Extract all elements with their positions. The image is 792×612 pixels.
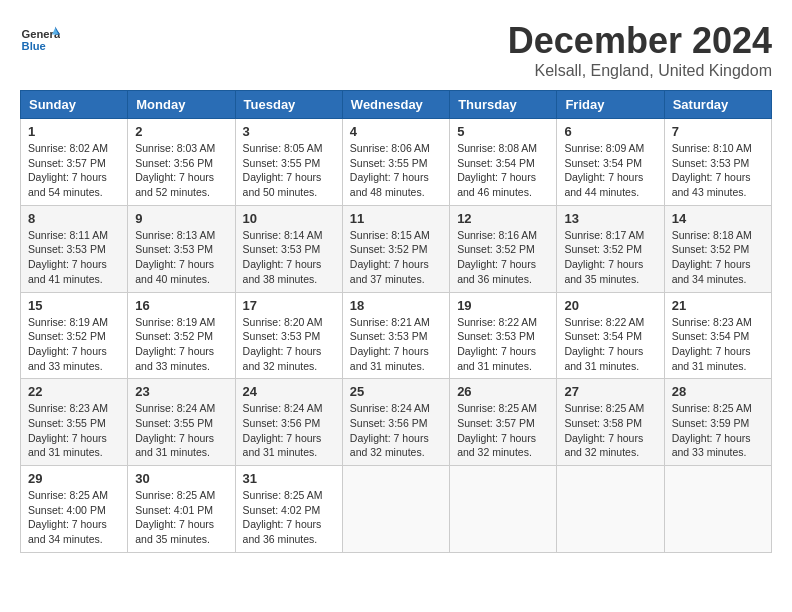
day-cell: 9Sunrise: 8:13 AMSunset: 3:53 PMDaylight… (128, 205, 235, 292)
day-number: 6 (564, 124, 656, 139)
day-cell: 27Sunrise: 8:25 AMSunset: 3:58 PMDayligh… (557, 379, 664, 466)
day-cell: 22Sunrise: 8:23 AMSunset: 3:55 PMDayligh… (21, 379, 128, 466)
day-cell: 18Sunrise: 8:21 AMSunset: 3:53 PMDayligh… (342, 292, 449, 379)
day-cell: 15Sunrise: 8:19 AMSunset: 3:52 PMDayligh… (21, 292, 128, 379)
day-cell (664, 466, 771, 553)
day-info: Sunrise: 8:06 AMSunset: 3:55 PMDaylight:… (350, 141, 442, 200)
day-cell: 3Sunrise: 8:05 AMSunset: 3:55 PMDaylight… (235, 119, 342, 206)
day-info: Sunrise: 8:10 AMSunset: 3:53 PMDaylight:… (672, 141, 764, 200)
day-cell (450, 466, 557, 553)
day-number: 7 (672, 124, 764, 139)
day-cell: 20Sunrise: 8:22 AMSunset: 3:54 PMDayligh… (557, 292, 664, 379)
day-number: 17 (243, 298, 335, 313)
day-info: Sunrise: 8:25 AMSunset: 4:02 PMDaylight:… (243, 488, 335, 547)
day-cell: 8Sunrise: 8:11 AMSunset: 3:53 PMDaylight… (21, 205, 128, 292)
day-number: 16 (135, 298, 227, 313)
day-number: 10 (243, 211, 335, 226)
day-info: Sunrise: 8:22 AMSunset: 3:53 PMDaylight:… (457, 315, 549, 374)
logo: General Blue (20, 20, 60, 60)
week-row-5: 29Sunrise: 8:25 AMSunset: 4:00 PMDayligh… (21, 466, 772, 553)
day-info: Sunrise: 8:25 AMSunset: 3:59 PMDaylight:… (672, 401, 764, 460)
day-info: Sunrise: 8:18 AMSunset: 3:52 PMDaylight:… (672, 228, 764, 287)
day-number: 31 (243, 471, 335, 486)
day-number: 28 (672, 384, 764, 399)
day-number: 4 (350, 124, 442, 139)
day-number: 3 (243, 124, 335, 139)
subtitle: Kelsall, England, United Kingdom (508, 62, 772, 80)
day-info: Sunrise: 8:23 AMSunset: 3:54 PMDaylight:… (672, 315, 764, 374)
week-row-4: 22Sunrise: 8:23 AMSunset: 3:55 PMDayligh… (21, 379, 772, 466)
day-info: Sunrise: 8:25 AMSunset: 4:00 PMDaylight:… (28, 488, 120, 547)
day-number: 12 (457, 211, 549, 226)
day-number: 30 (135, 471, 227, 486)
day-number: 19 (457, 298, 549, 313)
day-cell: 7Sunrise: 8:10 AMSunset: 3:53 PMDaylight… (664, 119, 771, 206)
day-info: Sunrise: 8:16 AMSunset: 3:52 PMDaylight:… (457, 228, 549, 287)
day-number: 27 (564, 384, 656, 399)
day-number: 2 (135, 124, 227, 139)
weekday-monday: Monday (128, 91, 235, 119)
day-cell: 10Sunrise: 8:14 AMSunset: 3:53 PMDayligh… (235, 205, 342, 292)
day-info: Sunrise: 8:25 AMSunset: 3:58 PMDaylight:… (564, 401, 656, 460)
day-cell: 6Sunrise: 8:09 AMSunset: 3:54 PMDaylight… (557, 119, 664, 206)
day-info: Sunrise: 8:08 AMSunset: 3:54 PMDaylight:… (457, 141, 549, 200)
day-number: 5 (457, 124, 549, 139)
week-row-2: 8Sunrise: 8:11 AMSunset: 3:53 PMDaylight… (21, 205, 772, 292)
day-number: 29 (28, 471, 120, 486)
day-number: 9 (135, 211, 227, 226)
week-row-3: 15Sunrise: 8:19 AMSunset: 3:52 PMDayligh… (21, 292, 772, 379)
day-info: Sunrise: 8:22 AMSunset: 3:54 PMDaylight:… (564, 315, 656, 374)
day-cell (342, 466, 449, 553)
weekday-saturday: Saturday (664, 91, 771, 119)
logo-icon: General Blue (20, 20, 60, 60)
title-area: December 2024 Kelsall, England, United K… (508, 20, 772, 80)
weekday-thursday: Thursday (450, 91, 557, 119)
svg-text:Blue: Blue (22, 40, 46, 52)
day-cell: 30Sunrise: 8:25 AMSunset: 4:01 PMDayligh… (128, 466, 235, 553)
day-number: 21 (672, 298, 764, 313)
day-cell: 16Sunrise: 8:19 AMSunset: 3:52 PMDayligh… (128, 292, 235, 379)
day-number: 24 (243, 384, 335, 399)
day-cell: 21Sunrise: 8:23 AMSunset: 3:54 PMDayligh… (664, 292, 771, 379)
day-info: Sunrise: 8:17 AMSunset: 3:52 PMDaylight:… (564, 228, 656, 287)
day-cell: 1Sunrise: 8:02 AMSunset: 3:57 PMDaylight… (21, 119, 128, 206)
day-number: 22 (28, 384, 120, 399)
day-cell: 17Sunrise: 8:20 AMSunset: 3:53 PMDayligh… (235, 292, 342, 379)
day-cell: 4Sunrise: 8:06 AMSunset: 3:55 PMDaylight… (342, 119, 449, 206)
day-info: Sunrise: 8:25 AMSunset: 4:01 PMDaylight:… (135, 488, 227, 547)
day-cell: 2Sunrise: 8:03 AMSunset: 3:56 PMDaylight… (128, 119, 235, 206)
day-info: Sunrise: 8:13 AMSunset: 3:53 PMDaylight:… (135, 228, 227, 287)
day-number: 8 (28, 211, 120, 226)
day-info: Sunrise: 8:20 AMSunset: 3:53 PMDaylight:… (243, 315, 335, 374)
day-number: 15 (28, 298, 120, 313)
day-number: 14 (672, 211, 764, 226)
weekday-sunday: Sunday (21, 91, 128, 119)
day-cell: 26Sunrise: 8:25 AMSunset: 3:57 PMDayligh… (450, 379, 557, 466)
day-number: 18 (350, 298, 442, 313)
day-cell: 24Sunrise: 8:24 AMSunset: 3:56 PMDayligh… (235, 379, 342, 466)
day-cell: 13Sunrise: 8:17 AMSunset: 3:52 PMDayligh… (557, 205, 664, 292)
day-info: Sunrise: 8:23 AMSunset: 3:55 PMDaylight:… (28, 401, 120, 460)
calendar: SundayMondayTuesdayWednesdayThursdayFrid… (20, 90, 772, 553)
day-cell: 11Sunrise: 8:15 AMSunset: 3:52 PMDayligh… (342, 205, 449, 292)
day-cell: 12Sunrise: 8:16 AMSunset: 3:52 PMDayligh… (450, 205, 557, 292)
day-info: Sunrise: 8:05 AMSunset: 3:55 PMDaylight:… (243, 141, 335, 200)
day-cell (557, 466, 664, 553)
day-number: 13 (564, 211, 656, 226)
day-cell: 28Sunrise: 8:25 AMSunset: 3:59 PMDayligh… (664, 379, 771, 466)
day-number: 20 (564, 298, 656, 313)
day-cell: 19Sunrise: 8:22 AMSunset: 3:53 PMDayligh… (450, 292, 557, 379)
day-cell: 23Sunrise: 8:24 AMSunset: 3:55 PMDayligh… (128, 379, 235, 466)
day-number: 26 (457, 384, 549, 399)
day-number: 11 (350, 211, 442, 226)
day-info: Sunrise: 8:19 AMSunset: 3:52 PMDaylight:… (135, 315, 227, 374)
day-info: Sunrise: 8:15 AMSunset: 3:52 PMDaylight:… (350, 228, 442, 287)
day-info: Sunrise: 8:24 AMSunset: 3:56 PMDaylight:… (350, 401, 442, 460)
week-row-1: 1Sunrise: 8:02 AMSunset: 3:57 PMDaylight… (21, 119, 772, 206)
day-info: Sunrise: 8:21 AMSunset: 3:53 PMDaylight:… (350, 315, 442, 374)
weekday-wednesday: Wednesday (342, 91, 449, 119)
day-cell: 29Sunrise: 8:25 AMSunset: 4:00 PMDayligh… (21, 466, 128, 553)
day-info: Sunrise: 8:14 AMSunset: 3:53 PMDaylight:… (243, 228, 335, 287)
day-cell: 5Sunrise: 8:08 AMSunset: 3:54 PMDaylight… (450, 119, 557, 206)
day-cell: 14Sunrise: 8:18 AMSunset: 3:52 PMDayligh… (664, 205, 771, 292)
